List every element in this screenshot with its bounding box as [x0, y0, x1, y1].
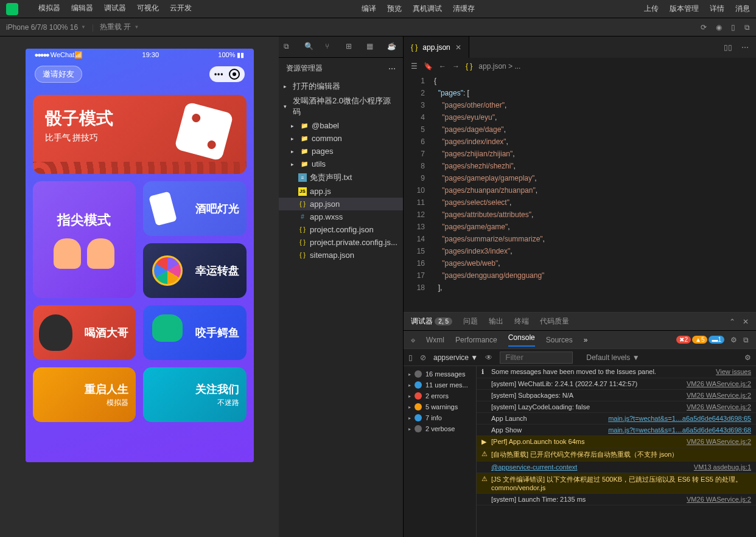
- bar-light-card[interactable]: 酒吧灯光: [143, 181, 247, 236]
- copy-icon[interactable]: ⧉: [744, 23, 750, 32]
- side-filter[interactable]: ▸7 info: [404, 412, 476, 423]
- menu-messages[interactable]: 消息: [735, 4, 750, 14]
- warn-badge[interactable]: ▲5: [692, 336, 707, 344]
- context-select[interactable]: appservice ▼: [433, 353, 478, 362]
- menu-clear[interactable]: 清缓存: [453, 4, 475, 14]
- tab-problems[interactable]: 问题: [463, 316, 478, 327]
- tab-performance[interactable]: Performance: [455, 336, 497, 344]
- folder-utils[interactable]: ▸📁utils: [279, 158, 403, 170]
- menu-cloud[interactable]: 云开发: [170, 3, 192, 15]
- log-line[interactable]: [system] Launch Time: 2135 msVM26 WAServ…: [477, 494, 756, 505]
- levels-select[interactable]: Default levels ▼: [586, 353, 639, 362]
- mini-program-capsule[interactable]: •••: [209, 66, 245, 82]
- log-line[interactable]: ⚠[JS 文件编译错误] 以下文件体积超过 500KB，已跳过压缩以及 ES6 …: [477, 473, 756, 494]
- menu-editor[interactable]: 编辑器: [71, 3, 93, 15]
- clear-icon[interactable]: ⊘: [420, 353, 426, 362]
- follow-us-card[interactable]: 关注我们 不迷路: [143, 367, 247, 422]
- list-icon[interactable]: ☰: [411, 62, 418, 71]
- menu-details[interactable]: 详情: [710, 4, 724, 14]
- ext-icon[interactable]: ▦: [366, 42, 376, 52]
- tab-console[interactable]: Console: [508, 333, 535, 347]
- sidebar-toggle-icon[interactable]: ▯: [408, 353, 413, 362]
- phone-icon[interactable]: ▯: [731, 23, 735, 32]
- restart-life-card[interactable]: 重启人生 模拟器: [33, 367, 136, 422]
- side-filter[interactable]: ▸5 warnings: [404, 401, 476, 412]
- more-icon[interactable]: ⋯: [388, 64, 396, 73]
- console-output[interactable]: ℹSome messages have been moved to the Is…: [477, 366, 756, 537]
- more-icon[interactable]: ⋯: [741, 43, 749, 52]
- more-tabs-icon[interactable]: »: [584, 336, 588, 344]
- menu-compile[interactable]: 编译: [362, 4, 376, 14]
- folder-pages[interactable]: ▸📁pages: [279, 145, 403, 158]
- folder-common[interactable]: ▸📁common: [279, 132, 403, 145]
- tab-app-json[interactable]: { } app.json ✕: [404, 36, 469, 58]
- menu-simulator[interactable]: 模拟器: [38, 3, 60, 15]
- log-line[interactable]: [system] WeChatLib: 2.24.1 (2022.4.27 11…: [477, 378, 756, 390]
- chevron-up-icon[interactable]: ⌃: [729, 317, 735, 326]
- invite-button[interactable]: 邀请好友: [35, 66, 82, 83]
- menu-debugger[interactable]: 调试器: [104, 3, 126, 15]
- forward-icon[interactable]: →: [452, 62, 460, 71]
- lucky-wheel-card[interactable]: 幸运转盘: [143, 243, 247, 298]
- side-filter[interactable]: ▸2 verbose: [404, 423, 476, 434]
- device-select[interactable]: iPhone 6/7/8 100% 16▼: [6, 23, 86, 32]
- folder-@babel[interactable]: ▸📁@babel: [279, 119, 403, 132]
- record-icon[interactable]: ◉: [716, 23, 722, 32]
- files-icon[interactable]: ⧉: [284, 42, 293, 52]
- file-item[interactable]: { }project.private.config.js...: [279, 236, 403, 249]
- hot-reload-select[interactable]: 热重载 开▼: [100, 22, 139, 32]
- menu-version[interactable]: 版本管理: [670, 4, 699, 14]
- log-line[interactable]: [system] Subpackages: N/AVM26 WAService.…: [477, 390, 756, 401]
- error-badge[interactable]: ✖2: [676, 336, 691, 344]
- file-item[interactable]: { }app.json: [279, 198, 403, 210]
- info-badge[interactable]: ▬1: [709, 336, 724, 344]
- close-icon[interactable]: ✕: [455, 43, 461, 52]
- dice-mode-card[interactable]: 骰子模式 比手气 拼技巧: [33, 95, 247, 174]
- gear-icon[interactable]: ⚙: [744, 353, 751, 362]
- file-item[interactable]: { }project.config.json: [279, 223, 403, 236]
- file-item[interactable]: #app.wxss: [279, 210, 403, 223]
- side-filter[interactable]: ▸11 user mes...: [404, 379, 476, 390]
- split-icon[interactable]: ▯▯: [724, 43, 732, 52]
- log-line[interactable]: App Launchmain.js?t=wechat&s=1…a6a5d6de6…: [477, 413, 756, 424]
- finger-mode-card[interactable]: 指尖模式: [33, 181, 136, 298]
- croc-bite-card[interactable]: 咬手鳄鱼: [143, 305, 247, 360]
- log-line[interactable]: ⚠[自动热重载] 已开启代码文件保存后自动热重载（不支持 json）: [477, 448, 756, 462]
- log-line[interactable]: ℹSome messages have been moved to the Is…: [477, 366, 756, 378]
- menu-preview[interactable]: 预览: [387, 4, 402, 14]
- log-line[interactable]: ▶[Perf] App.onLaunch took 64msVM26 WASer…: [477, 436, 756, 448]
- phone-simulator[interactable]: ●●●●● WeChat📶 19:30 100% ▮▮ 邀请好友 ••• 骰子模…: [26, 49, 254, 462]
- branch-icon[interactable]: ⑂: [325, 42, 335, 52]
- file-item[interactable]: ≡免责声明.txt: [279, 170, 403, 185]
- menu-upload[interactable]: 上传: [644, 4, 659, 14]
- menu-remote[interactable]: 真机调试: [413, 4, 442, 14]
- box-icon[interactable]: ⊞: [346, 42, 355, 52]
- log-line[interactable]: App Showmain.js?t=wechat&s=1…a6a5d6de644…: [477, 424, 756, 436]
- eye-icon[interactable]: 👁: [485, 353, 492, 362]
- file-item[interactable]: { }sitemap.json: [279, 249, 403, 262]
- tab-sources[interactable]: Sources: [546, 336, 573, 344]
- menu-visual[interactable]: 可视化: [137, 3, 159, 15]
- tab-wxml[interactable]: Wxml: [426, 336, 444, 344]
- log-line[interactable]: @appservice-current-contextVM13 asdebug.…: [477, 462, 756, 473]
- dock-icon[interactable]: ⧉: [743, 336, 749, 344]
- side-filter[interactable]: ▸16 messages: [404, 369, 476, 379]
- close-target-icon[interactable]: [229, 69, 240, 80]
- search-icon[interactable]: 🔍: [304, 42, 314, 52]
- drink-bro-card[interactable]: 喝酒大哥: [33, 305, 136, 360]
- log-line[interactable]: [system] LazyCodeLoading: falseVM26 WASe…: [477, 401, 756, 413]
- tab-debugger[interactable]: 调试器 2, 5: [411, 316, 452, 327]
- refresh-icon[interactable]: ⟳: [701, 23, 707, 32]
- tab-terminal[interactable]: 终端: [514, 316, 529, 327]
- tab-quality[interactable]: 代码质量: [540, 316, 569, 327]
- cloud-icon[interactable]: ☕: [387, 42, 397, 52]
- tab-output[interactable]: 输出: [489, 316, 503, 327]
- side-filter[interactable]: ▸2 errors: [404, 390, 476, 401]
- more-icon[interactable]: •••: [214, 70, 224, 78]
- gear-icon[interactable]: ⚙: [730, 336, 737, 344]
- file-item[interactable]: JSapp.js: [279, 185, 403, 198]
- open-editors[interactable]: ▸打开的编辑器: [279, 79, 403, 94]
- project-root[interactable]: ▾发喝酒神器2.0微信小程序源码: [279, 94, 403, 119]
- close-icon[interactable]: ✕: [743, 317, 749, 326]
- inspect-icon[interactable]: ⟐: [411, 336, 415, 344]
